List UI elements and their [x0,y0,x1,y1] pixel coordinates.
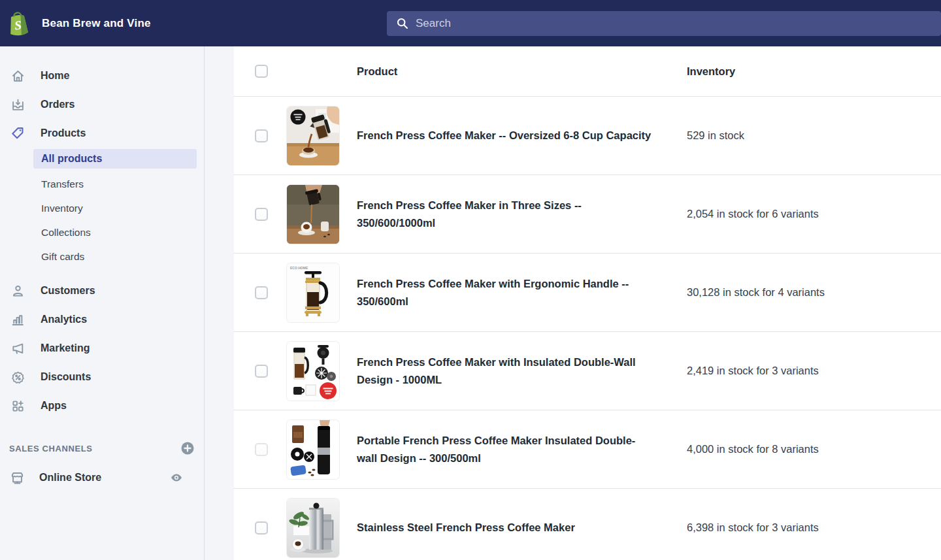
row-checkbox[interactable] [255,443,268,456]
table-header-row: Product Inventory [234,46,941,97]
product-thumbnail[interactable] [287,185,339,244]
table-row[interactable]: Stainless Steel French Press Coffee Make… [234,489,941,560]
sidebar-item-analytics[interactable]: Analytics [0,305,204,334]
products-tag-icon [10,126,25,140]
sidebar-item-label: Products [41,127,86,139]
sidebar-item-products[interactable]: Products [0,119,204,148]
sales-channels-label: SALES CHANNELS [9,444,93,453]
sidebar-item-label: Marketing [41,342,90,354]
product-thumbnail[interactable] [287,342,339,401]
sidebar-subitem-label: Inventory [41,203,83,214]
main-content: Product Inventory [205,46,941,560]
table-row[interactable]: French Press Coffee Maker -- Oversized 6… [234,97,941,175]
product-thumbnail[interactable] [287,107,339,165]
search-input[interactable] [416,17,808,30]
sidebar-subitem-label: Transfers [41,178,84,190]
row-checkbox[interactable] [255,365,268,378]
product-title[interactable]: Portable French Press Coffee Maker Insul… [357,432,652,467]
sidebar-item-customers[interactable]: Customers [0,276,204,305]
table-row[interactable]: French Press Coffee Maker in Three Sizes… [234,175,941,254]
sidebar-item-label: Customers [41,285,95,297]
sidebar-subitem-label: All products [41,153,102,165]
eye-icon[interactable] [169,470,184,485]
product-title[interactable]: French Press Coffee Maker with Ergonomic… [357,275,652,310]
sidebar-item-transfers[interactable]: Transfers [0,172,204,196]
sidebar-item-label: Online Store [39,472,101,484]
analytics-icon [10,313,25,327]
sidebar-item-apps[interactable]: Apps [0,391,204,420]
sidebar-subitem-label: Gift cards [41,251,84,263]
home-icon [10,69,25,83]
sidebar-item-marketing[interactable]: Marketing [0,334,204,363]
sidebar-item-label: Orders [41,99,74,110]
store-name: Bean Brew and Vine [42,17,151,30]
apps-icon [10,399,25,413]
products-submenu: All products Transfers Inventory Collect… [0,149,204,269]
sidebar-item-home[interactable]: Home [0,61,204,90]
shopify-logo-icon: S [5,8,32,39]
sidebar-item-orders[interactable]: Orders [0,90,204,119]
sidebar-item-label: Discounts [41,371,91,383]
column-header-product: Product [357,65,687,78]
sales-channels-header: SALES CHANNELS [0,438,204,458]
products-table: Product Inventory [234,46,941,560]
sidebar-item-discounts[interactable]: Discounts [0,363,204,391]
row-checkbox[interactable] [255,208,268,221]
product-thumbnail[interactable]: ECO HOME [287,263,339,322]
table-row[interactable]: Portable French Press Coffee Maker Insul… [234,410,941,489]
product-title[interactable]: French Press Coffee Maker with Insulated… [357,354,652,389]
product-title[interactable]: Stainless Steel French Press Coffee Make… [357,519,652,536]
row-checkbox[interactable] [255,286,268,299]
search-icon [396,17,409,30]
product-inventory: 30,128 in stock for 4 variants [687,286,941,299]
topbar: S Bean Brew and Vine [0,0,941,46]
sidebar-item-collections[interactable]: Collections [0,220,204,244]
svg-text:S: S [14,18,22,33]
product-thumbnail[interactable] [287,420,339,479]
product-inventory: 6,398 in stock for 3 variants [687,521,941,534]
svg-text:ECO HOME: ECO HOME [290,266,308,270]
sidebar-item-inventory[interactable]: Inventory [0,196,204,220]
product-title[interactable]: French Press Coffee Maker in Three Sizes… [357,197,652,232]
marketing-icon [10,342,25,355]
table-row[interactable]: French Press Coffee Maker with Insulated… [234,332,941,410]
product-thumbnail[interactable] [287,499,339,557]
sidebar: Home Orders Products All products Transf… [0,46,205,560]
global-search[interactable] [387,11,941,36]
row-checkbox[interactable] [255,521,268,535]
product-inventory: 4,000 in stock for 8 variants [687,443,941,455]
sidebar-item-all-products[interactable]: All products [33,149,197,169]
sidebar-item-label: Apps [41,400,67,412]
table-row[interactable]: ECO HOME French Press Coffee Maker with … [234,254,941,332]
select-all-checkbox[interactable] [255,65,268,78]
sidebar-item-online-store[interactable]: Online Store [0,463,204,492]
product-inventory: 2,419 in stock for 3 variants [687,365,941,377]
product-inventory: 529 in stock [687,129,941,142]
sidebar-item-label: Analytics [41,314,87,325]
sidebar-item-label: Home [41,70,69,82]
orders-icon [10,98,25,112]
sidebar-subitem-label: Collections [41,227,91,239]
plus-circle-icon[interactable] [180,441,195,455]
row-checkbox[interactable] [255,129,268,142]
customers-icon [10,284,25,298]
sidebar-item-gift-cards[interactable]: Gift cards [0,244,204,269]
discounts-icon [10,371,25,384]
product-title[interactable]: French Press Coffee Maker -- Oversized 6… [357,127,652,144]
storefront-icon [9,470,25,486]
column-header-inventory: Inventory [687,65,941,78]
product-inventory: 2,054 in stock for 6 variants [687,208,941,220]
